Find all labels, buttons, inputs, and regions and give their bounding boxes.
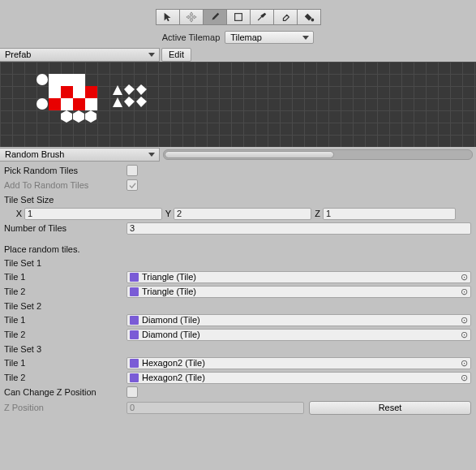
svg-marker-5 (113, 85, 122, 95)
svg-marker-4 (85, 110, 96, 123)
num-tiles-input[interactable] (127, 222, 471, 235)
tile-object-field[interactable]: Triangle (Tile) (127, 271, 471, 283)
eraser-icon (280, 11, 291, 23)
tile-diamond (135, 84, 148, 96)
select-tool-button[interactable] (156, 9, 180, 25)
tile-label: Tile 2 (2, 330, 127, 339)
tile-square (61, 74, 73, 86)
inspector-panel: Pick Random Tiles Add To Random Tiles Ti… (0, 162, 476, 417)
check-icon (129, 182, 136, 189)
pick-random-checkbox[interactable] (127, 165, 138, 176)
fill-icon (303, 11, 315, 23)
brush-tool-button[interactable] (203, 9, 227, 25)
x-label: X (2, 209, 24, 218)
move-tool-button[interactable] (179, 9, 204, 25)
tile-asset-icon (130, 316, 139, 325)
brush-row: Random Brush (0, 147, 476, 162)
tile-asset-icon (130, 359, 139, 368)
svg-point-1 (311, 19, 314, 21)
tile-palette-canvas[interactable] (0, 62, 476, 147)
tile-square (73, 74, 85, 86)
z-label: Z (311, 209, 323, 218)
active-tilemap-value: Tilemap (230, 32, 262, 42)
active-tilemap-dropdown[interactable]: Tilemap (225, 31, 314, 44)
tile-red (85, 86, 97, 98)
active-tilemap-label: Active Tilemap (162, 32, 221, 42)
num-tiles-label: Number of Tiles (2, 223, 127, 233)
z-input[interactable] (323, 208, 456, 220)
tile-red (49, 98, 61, 110)
active-tilemap-row: Active Tilemap Tilemap (0, 28, 476, 47)
tileset-header: Tile Set 3 (2, 342, 474, 356)
tile-label: Tile 1 (2, 272, 127, 282)
canvas-hscroll[interactable] (163, 149, 473, 160)
can-change-z-row: Can Change Z Position (2, 385, 474, 399)
tile-triangle (112, 84, 123, 96)
x-input[interactable] (24, 208, 162, 220)
tile-value: Diamond (Tile) (142, 330, 200, 339)
tile-hex (84, 110, 98, 123)
tile-object-field[interactable]: Diamond (Tile) (127, 314, 471, 326)
reset-button[interactable]: Reset (309, 401, 471, 415)
tile-asset-icon (130, 373, 139, 382)
svg-rect-0 (234, 14, 242, 21)
tile-value: Triangle (Tile) (142, 287, 196, 296)
tileset-header: Tile Set 1 (2, 256, 474, 269)
prefab-row: Prefab Edit (0, 47, 476, 62)
cursor-icon (162, 11, 174, 23)
tile-red (61, 86, 73, 98)
svg-marker-8 (113, 97, 122, 107)
fill-tool-button[interactable] (297, 9, 321, 25)
can-change-z-label: Can Change Z Position (2, 387, 127, 397)
tile-object-field[interactable]: Hexagon2 (Tile) (127, 372, 471, 384)
tile-label: Tile 1 (2, 358, 127, 368)
tile-diamond (135, 96, 148, 108)
brush-label: Random Brush (5, 149, 64, 159)
prefab-dropdown[interactable]: Prefab (0, 48, 160, 62)
edit-label: Edit (169, 50, 184, 59)
tile-circle (36, 74, 48, 85)
scroll-thumb[interactable] (165, 151, 334, 158)
picker-tool-button[interactable] (250, 9, 274, 25)
rect-tool-button[interactable] (226, 9, 251, 25)
tile-value: Hexagon2 (Tile) (142, 358, 205, 368)
tile-value: Triangle (Tile) (142, 272, 196, 282)
tileset-size-label: Tile Set Size (2, 192, 474, 206)
pick-random-row: Pick Random Tiles (2, 163, 474, 178)
tile-row: Tile 2Hexagon2 (Tile) (2, 370, 474, 385)
tile-object-field[interactable]: Triangle (Tile) (127, 286, 471, 298)
tile-triangle (112, 97, 123, 108)
svg-marker-10 (136, 97, 147, 107)
tile-square (49, 86, 61, 98)
reset-label: Reset (379, 403, 402, 412)
tile-object-field[interactable]: Diamond (Tile) (127, 329, 471, 341)
tile-label: Tile 1 (2, 315, 127, 325)
eraser-tool-button[interactable] (273, 9, 298, 25)
move-icon (186, 11, 197, 23)
tileset-size-row: X Y Z (2, 206, 474, 221)
z-position-label: Z Position (2, 403, 127, 412)
brush-dropdown[interactable]: Random Brush (0, 148, 160, 162)
tile-diamond (123, 96, 135, 108)
add-random-row: Add To Random Tiles (2, 178, 474, 192)
tile-row: Tile 1Hexagon2 (Tile) (2, 356, 474, 370)
place-header: Place random tiles. (2, 242, 474, 256)
tile-object-field[interactable]: Hexagon2 (Tile) (127, 357, 471, 369)
tile-label: Tile 2 (2, 373, 127, 382)
can-change-z-checkbox[interactable] (127, 386, 138, 398)
tile-square (49, 74, 61, 86)
eyedropper-icon (256, 11, 268, 23)
tile-red (73, 98, 85, 110)
y-input[interactable] (174, 208, 311, 220)
tileset-header: Tile Set 2 (2, 299, 474, 313)
tile-label: Tile 2 (2, 287, 127, 296)
tool-toolbar (0, 0, 476, 28)
tile-circle (36, 98, 48, 110)
tile-row: Tile 1Diamond (Tile) (2, 313, 474, 327)
tile-row: Tile 1Triangle (Tile) (2, 269, 474, 284)
add-random-checkbox[interactable] (127, 179, 138, 191)
tile-diamond (123, 84, 135, 96)
edit-button[interactable]: Edit (161, 48, 191, 62)
prefab-label: Prefab (5, 50, 31, 59)
y-label: Y (162, 209, 174, 218)
